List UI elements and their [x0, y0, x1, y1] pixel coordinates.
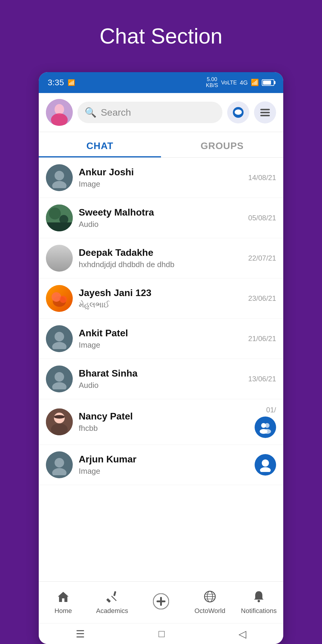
- list-item[interactable]: Nancy Patel fhcbb 01/: [39, 399, 283, 445]
- list-item[interactable]: Deepak Tadakhe hxhdndjdjd dhdbdh de dhdb…: [39, 238, 283, 278]
- page-title: Chat Section: [0, 24, 322, 48]
- chat-list: Ankur Joshi Image 14/08/21 Sweety Malhot…: [39, 158, 283, 581]
- network-speed: 5.00KB/S: [206, 77, 218, 89]
- list-item[interactable]: Ankit Patel Image 21/06/21: [39, 319, 283, 359]
- svg-point-27: [54, 415, 65, 419]
- chat-name: Deepak Tadakhe: [79, 247, 242, 258]
- search-icon: 🔍: [85, 107, 97, 118]
- profile-photo: [46, 99, 73, 126]
- svg-line-39: [112, 596, 116, 601]
- svg-point-18: [52, 292, 61, 302]
- chat-meta: 23/06/21: [248, 294, 276, 303]
- nav-item-notifications[interactable]: Notifications: [234, 582, 283, 623]
- chat-name: Arjun Kumar: [79, 454, 249, 465]
- svg-point-48: [258, 600, 260, 602]
- nav-label-notifications: Notifications: [241, 607, 277, 615]
- nav-item-octoworld[interactable]: OctoWorld: [185, 582, 234, 623]
- menu-button[interactable]: [254, 101, 276, 123]
- nav-item-octolearn[interactable]: [137, 582, 185, 623]
- chat-meta: 13/06/21: [248, 375, 276, 383]
- list-item[interactable]: Bharat Sinha Audio 13/06/21: [39, 359, 283, 399]
- svg-point-35: [260, 467, 271, 472]
- svg-point-29: [265, 423, 270, 428]
- chat-preview: fhcbb: [79, 424, 249, 433]
- app-header: 🔍 Search: [39, 93, 283, 132]
- header-icons: [227, 101, 276, 123]
- person-icon: [49, 167, 70, 188]
- chat-info: Arjun Kumar Image: [79, 454, 249, 476]
- chat-meta: 14/08/21: [248, 174, 276, 182]
- chat-date: 21/06/21: [248, 335, 276, 343]
- android-menu-button[interactable]: ☰: [76, 628, 85, 640]
- group-badge: [255, 417, 276, 438]
- chat-name: Sweety Malhotra: [79, 207, 242, 218]
- svg-rect-37: [106, 598, 111, 603]
- avatar: [46, 205, 73, 231]
- chat-name: Nancy Patel: [79, 411, 249, 422]
- svg-point-14: [49, 208, 61, 219]
- chat-info: Nancy Patel fhcbb: [79, 411, 249, 433]
- globe-icon: [203, 590, 216, 605]
- world-icon: [203, 590, 216, 603]
- list-item[interactable]: Sweety Malhotra Audio 05/08/21: [39, 198, 283, 238]
- chat-preview: Image: [79, 340, 242, 350]
- list-item[interactable]: Arjun Kumar Image: [39, 445, 283, 485]
- avatar: [46, 164, 73, 191]
- group-icon: [258, 420, 273, 434]
- svg-point-6: [235, 109, 242, 115]
- list-item[interactable]: Ankur Joshi Image 14/08/21: [39, 158, 283, 198]
- chat-preview: Image: [79, 179, 242, 189]
- svg-rect-9: [260, 112, 270, 113]
- search-placeholder: Search: [101, 107, 131, 118]
- chat-meta: 01/: [255, 406, 276, 438]
- chat-icon-button[interactable]: [227, 101, 249, 123]
- bell-icon: [252, 590, 265, 605]
- avatar: [46, 366, 73, 392]
- nav-label-home: Home: [55, 607, 72, 615]
- nav-item-home[interactable]: Home: [39, 582, 88, 623]
- volte-label: VoLTE: [221, 80, 237, 86]
- chat-meta: 22/07/21: [248, 254, 276, 262]
- house-icon: [57, 590, 70, 603]
- status-right: 5.00KB/S VoLTE 4G 📶: [206, 77, 274, 89]
- svg-point-31: [263, 429, 271, 434]
- svg-point-23: [52, 382, 66, 389]
- chat-date: 14/08/21: [248, 174, 276, 182]
- person-icon: [49, 369, 70, 389]
- user-profile-avatar[interactable]: [46, 99, 73, 126]
- svg-rect-8: [260, 109, 270, 110]
- chat-name: Ankit Patel: [79, 328, 242, 339]
- plus-badge-icon: [153, 593, 169, 609]
- search-bar[interactable]: 🔍 Search: [78, 102, 222, 123]
- svg-rect-42: [157, 600, 165, 602]
- avatar: [46, 408, 73, 435]
- person-icon: [49, 328, 70, 349]
- chat-info: Sweety Malhotra Audio: [79, 207, 242, 229]
- android-back-button[interactable]: ◁: [239, 628, 246, 640]
- avatar: [46, 245, 73, 272]
- list-item[interactable]: Jayesh Jani 123 મેહુલભાઈ 23/06/21: [39, 278, 283, 319]
- svg-marker-36: [58, 592, 69, 602]
- chat-preview: Audio: [79, 220, 242, 229]
- nancy-photo: [46, 408, 73, 435]
- time: 3:35: [48, 78, 64, 87]
- chat-date: 23/06/21: [248, 294, 276, 303]
- person-badge-icon: [258, 458, 273, 472]
- chat-date: 22/07/21: [248, 254, 276, 262]
- tab-groups[interactable]: GROUPS: [161, 132, 283, 157]
- chat-meta: [255, 454, 276, 476]
- tab-chat[interactable]: CHAT: [39, 132, 161, 157]
- battery-icon: [262, 79, 274, 86]
- chat-preview: Audio: [79, 381, 242, 390]
- avatar: [46, 451, 73, 478]
- svg-point-20: [55, 332, 64, 341]
- android-home-button[interactable]: □: [159, 628, 165, 640]
- battery-tip: [274, 81, 275, 84]
- nav-item-academics[interactable]: Academics: [88, 582, 137, 623]
- battery-fill: [263, 80, 271, 85]
- chat-preview: મેહુલભાઈ: [79, 300, 242, 309]
- svg-point-19: [60, 296, 67, 303]
- svg-point-11: [55, 171, 64, 180]
- svg-point-34: [262, 459, 269, 467]
- chat-name: Ankur Joshi: [79, 167, 242, 178]
